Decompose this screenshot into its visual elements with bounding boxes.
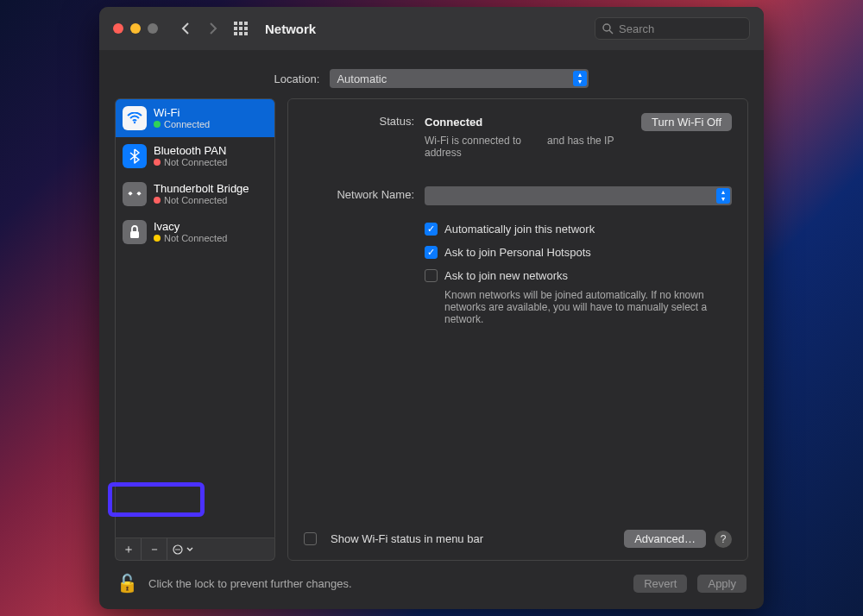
svg-point-8 [177, 549, 179, 550]
ask-hotspot-checkbox[interactable]: ✓ [425, 246, 438, 259]
zoom-icon [148, 23, 158, 34]
lock-icon [123, 220, 147, 244]
search-placeholder: Search [619, 22, 654, 35]
svg-rect-5 [130, 231, 139, 238]
service-wifi[interactable]: Wi-Fi Connected [116, 99, 274, 137]
chevron-updown-icon: ▴▾ [716, 188, 730, 204]
status-dot-icon [154, 121, 161, 128]
svg-point-7 [175, 549, 177, 550]
show-menubar-label: Show Wi-Fi status in menu bar [331, 532, 483, 545]
services-list: Wi-Fi Connected Bluetooth PAN Not Connec… [115, 98, 275, 538]
status-label: Status: [304, 113, 414, 159]
sidebar-footer: ＋ － [115, 538, 275, 561]
network-preferences-window: Network Search Location: Automatic ▴▾ Wi… [99, 7, 764, 609]
auto-join-checkbox[interactable]: ✓ [425, 223, 438, 236]
search-input[interactable]: Search [595, 17, 750, 40]
chevron-down-icon [186, 547, 193, 552]
show-all-button[interactable] [232, 20, 249, 37]
bottom-bar: 🔓 Click the lock to prevent further chan… [99, 561, 764, 609]
svg-point-9 [179, 549, 180, 550]
service-bluetooth-pan[interactable]: Bluetooth PAN Not Connected [116, 137, 274, 175]
minimize-icon[interactable] [130, 23, 141, 34]
ask-hotspot-label: Ask to join Personal Hotspots [444, 246, 732, 259]
lock-text: Click the lock to prevent further change… [148, 577, 352, 590]
service-ivacy[interactable]: Ivacy Not Connected [116, 213, 274, 251]
status-subtext-2: address [425, 147, 521, 159]
main-content: Wi-Fi Connected Bluetooth PAN Not Connec… [99, 98, 764, 561]
status-value: Connected [425, 116, 482, 129]
revert-button[interactable]: Revert [633, 575, 687, 593]
ask-new-label: Ask to join new networks [444, 269, 732, 282]
wifi-toggle-button[interactable]: Turn Wi-Fi Off [641, 113, 732, 131]
status-subtext-1: Wi-Fi is connected to [425, 135, 521, 147]
service-name: Bluetooth PAN [154, 145, 227, 158]
location-label: Location: [274, 72, 320, 85]
traffic-lights [113, 23, 158, 34]
chevron-updown-icon: ▴▾ [573, 71, 587, 86]
ask-new-description: Known networks will be joined automatica… [444, 289, 712, 325]
search-icon [602, 23, 614, 35]
svg-point-0 [603, 24, 610, 31]
service-name: Thunderbolt Bridge [154, 183, 249, 196]
service-thunderbolt-bridge[interactable]: Thunderbolt Bridge Not Connected [116, 175, 274, 213]
apply-button[interactable]: Apply [697, 575, 746, 593]
titlebar: Network Search [99, 7, 764, 50]
auto-join-label: Automatically join this network [444, 223, 732, 236]
status-dot-icon [154, 159, 161, 166]
service-status: Connected [164, 119, 210, 129]
unlock-icon[interactable]: 🔓 [117, 573, 138, 594]
close-icon[interactable] [113, 23, 123, 34]
status-subtext-right: and has the IP [547, 135, 614, 159]
ellipsis-circle-icon [173, 544, 185, 556]
show-menubar-checkbox[interactable] [304, 532, 317, 545]
location-row: Location: Automatic ▴▾ [99, 50, 764, 98]
status-dot-icon [154, 197, 161, 204]
bluetooth-icon [123, 144, 147, 168]
network-name-label: Network Name: [304, 186, 414, 205]
location-value: Automatic [337, 72, 387, 85]
svg-point-2 [134, 122, 135, 123]
forward-button[interactable] [205, 20, 222, 37]
service-name: Ivacy [154, 221, 227, 234]
service-status: Not Connected [164, 195, 227, 205]
ask-new-checkbox[interactable] [425, 269, 438, 282]
svg-line-1 [609, 30, 613, 34]
service-detail-panel: Status: Connected Turn Wi-Fi Off Wi-Fi i… [287, 98, 748, 561]
remove-service-button[interactable]: － [142, 538, 167, 560]
add-service-button[interactable]: ＋ [116, 538, 142, 560]
advanced-button[interactable]: Advanced… [624, 530, 706, 548]
network-name-select[interactable]: ▴▾ [425, 186, 732, 205]
window-title: Network [265, 22, 316, 36]
location-select[interactable]: Automatic ▴▾ [330, 69, 589, 88]
service-actions-button[interactable] [167, 538, 274, 560]
services-sidebar: Wi-Fi Connected Bluetooth PAN Not Connec… [115, 98, 275, 561]
service-name: Wi-Fi [154, 107, 210, 120]
service-status: Not Connected [164, 233, 227, 243]
wifi-icon [123, 106, 147, 130]
thunderbolt-bridge-icon [123, 182, 147, 206]
status-dot-icon [154, 235, 161, 242]
service-status: Not Connected [164, 157, 227, 167]
help-button[interactable]: ? [715, 531, 732, 548]
back-button[interactable] [177, 20, 194, 37]
